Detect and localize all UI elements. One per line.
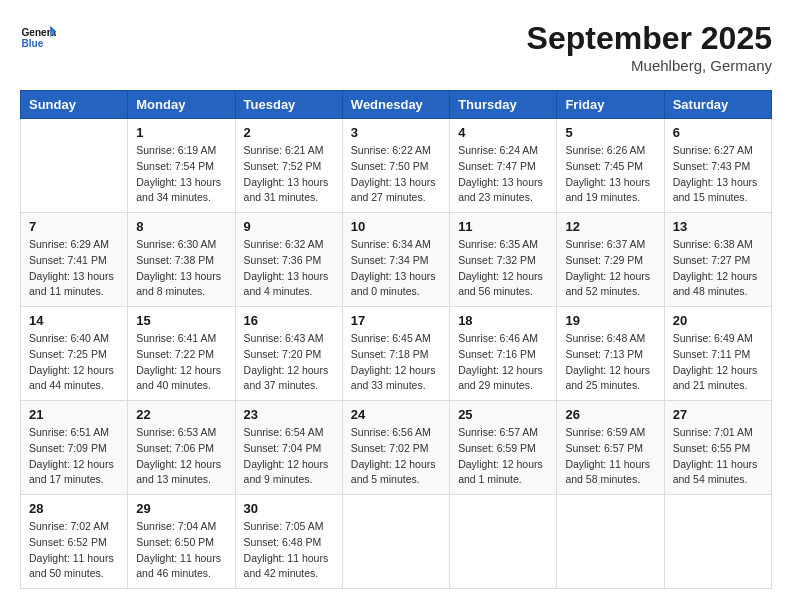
calendar-cell: 21Sunrise: 6:51 AMSunset: 7:09 PMDayligh… (21, 401, 128, 495)
day-info: Sunrise: 6:49 AMSunset: 7:11 PMDaylight:… (673, 331, 763, 394)
logo: General Blue (20, 20, 56, 56)
calendar-cell: 1Sunrise: 6:19 AMSunset: 7:54 PMDaylight… (128, 119, 235, 213)
svg-text:Blue: Blue (21, 38, 43, 49)
calendar-cell: 10Sunrise: 6:34 AMSunset: 7:34 PMDayligh… (342, 213, 449, 307)
day-number: 24 (351, 407, 441, 422)
calendar-cell: 11Sunrise: 6:35 AMSunset: 7:32 PMDayligh… (450, 213, 557, 307)
day-info: Sunrise: 6:53 AMSunset: 7:06 PMDaylight:… (136, 425, 226, 488)
calendar-week-row: 21Sunrise: 6:51 AMSunset: 7:09 PMDayligh… (21, 401, 772, 495)
day-info: Sunrise: 6:21 AMSunset: 7:52 PMDaylight:… (244, 143, 334, 206)
day-number: 7 (29, 219, 119, 234)
calendar-cell: 25Sunrise: 6:57 AMSunset: 6:59 PMDayligh… (450, 401, 557, 495)
calendar-cell: 2Sunrise: 6:21 AMSunset: 7:52 PMDaylight… (235, 119, 342, 213)
day-number: 11 (458, 219, 548, 234)
calendar-cell: 22Sunrise: 6:53 AMSunset: 7:06 PMDayligh… (128, 401, 235, 495)
calendar-cell: 17Sunrise: 6:45 AMSunset: 7:18 PMDayligh… (342, 307, 449, 401)
day-info: Sunrise: 6:38 AMSunset: 7:27 PMDaylight:… (673, 237, 763, 300)
calendar-cell: 20Sunrise: 6:49 AMSunset: 7:11 PMDayligh… (664, 307, 771, 401)
calendar-cell (450, 495, 557, 589)
day-info: Sunrise: 6:54 AMSunset: 7:04 PMDaylight:… (244, 425, 334, 488)
calendar-week-row: 7Sunrise: 6:29 AMSunset: 7:41 PMDaylight… (21, 213, 772, 307)
calendar-cell (557, 495, 664, 589)
calendar-cell: 30Sunrise: 7:05 AMSunset: 6:48 PMDayligh… (235, 495, 342, 589)
day-number: 10 (351, 219, 441, 234)
day-info: Sunrise: 6:40 AMSunset: 7:25 PMDaylight:… (29, 331, 119, 394)
day-number: 6 (673, 125, 763, 140)
calendar-table: SundayMondayTuesdayWednesdayThursdayFrid… (20, 90, 772, 589)
calendar-cell: 4Sunrise: 6:24 AMSunset: 7:47 PMDaylight… (450, 119, 557, 213)
day-number: 28 (29, 501, 119, 516)
calendar-cell: 6Sunrise: 6:27 AMSunset: 7:43 PMDaylight… (664, 119, 771, 213)
day-number: 1 (136, 125, 226, 140)
day-info: Sunrise: 6:56 AMSunset: 7:02 PMDaylight:… (351, 425, 441, 488)
day-number: 23 (244, 407, 334, 422)
calendar-cell: 8Sunrise: 6:30 AMSunset: 7:38 PMDaylight… (128, 213, 235, 307)
day-info: Sunrise: 6:24 AMSunset: 7:47 PMDaylight:… (458, 143, 548, 206)
col-header-tuesday: Tuesday (235, 91, 342, 119)
col-header-friday: Friday (557, 91, 664, 119)
calendar-cell: 19Sunrise: 6:48 AMSunset: 7:13 PMDayligh… (557, 307, 664, 401)
calendar-cell: 14Sunrise: 6:40 AMSunset: 7:25 PMDayligh… (21, 307, 128, 401)
calendar-cell (21, 119, 128, 213)
page-header: General Blue September 2025 Muehlberg, G… (20, 20, 772, 74)
day-number: 8 (136, 219, 226, 234)
calendar-week-row: 28Sunrise: 7:02 AMSunset: 6:52 PMDayligh… (21, 495, 772, 589)
day-number: 15 (136, 313, 226, 328)
col-header-monday: Monday (128, 91, 235, 119)
day-number: 21 (29, 407, 119, 422)
day-number: 26 (565, 407, 655, 422)
logo-icon: General Blue (20, 20, 56, 56)
day-info: Sunrise: 7:05 AMSunset: 6:48 PMDaylight:… (244, 519, 334, 582)
col-header-thursday: Thursday (450, 91, 557, 119)
calendar-cell: 26Sunrise: 6:59 AMSunset: 6:57 PMDayligh… (557, 401, 664, 495)
day-info: Sunrise: 6:26 AMSunset: 7:45 PMDaylight:… (565, 143, 655, 206)
day-info: Sunrise: 7:01 AMSunset: 6:55 PMDaylight:… (673, 425, 763, 488)
calendar-cell: 23Sunrise: 6:54 AMSunset: 7:04 PMDayligh… (235, 401, 342, 495)
day-number: 17 (351, 313, 441, 328)
day-number: 18 (458, 313, 548, 328)
col-header-saturday: Saturday (664, 91, 771, 119)
day-info: Sunrise: 6:48 AMSunset: 7:13 PMDaylight:… (565, 331, 655, 394)
calendar-cell: 7Sunrise: 6:29 AMSunset: 7:41 PMDaylight… (21, 213, 128, 307)
calendar-cell: 27Sunrise: 7:01 AMSunset: 6:55 PMDayligh… (664, 401, 771, 495)
day-info: Sunrise: 6:37 AMSunset: 7:29 PMDaylight:… (565, 237, 655, 300)
col-header-sunday: Sunday (21, 91, 128, 119)
day-info: Sunrise: 6:45 AMSunset: 7:18 PMDaylight:… (351, 331, 441, 394)
day-number: 16 (244, 313, 334, 328)
calendar-cell: 16Sunrise: 6:43 AMSunset: 7:20 PMDayligh… (235, 307, 342, 401)
month-title: September 2025 (527, 20, 772, 57)
calendar-week-row: 1Sunrise: 6:19 AMSunset: 7:54 PMDaylight… (21, 119, 772, 213)
day-number: 3 (351, 125, 441, 140)
day-info: Sunrise: 7:04 AMSunset: 6:50 PMDaylight:… (136, 519, 226, 582)
calendar-cell (342, 495, 449, 589)
calendar-week-row: 14Sunrise: 6:40 AMSunset: 7:25 PMDayligh… (21, 307, 772, 401)
day-info: Sunrise: 6:29 AMSunset: 7:41 PMDaylight:… (29, 237, 119, 300)
day-info: Sunrise: 6:43 AMSunset: 7:20 PMDaylight:… (244, 331, 334, 394)
day-number: 12 (565, 219, 655, 234)
calendar-cell: 18Sunrise: 6:46 AMSunset: 7:16 PMDayligh… (450, 307, 557, 401)
day-info: Sunrise: 6:51 AMSunset: 7:09 PMDaylight:… (29, 425, 119, 488)
col-header-wednesday: Wednesday (342, 91, 449, 119)
day-number: 13 (673, 219, 763, 234)
calendar-cell: 5Sunrise: 6:26 AMSunset: 7:45 PMDaylight… (557, 119, 664, 213)
calendar-cell: 29Sunrise: 7:04 AMSunset: 6:50 PMDayligh… (128, 495, 235, 589)
calendar-cell: 28Sunrise: 7:02 AMSunset: 6:52 PMDayligh… (21, 495, 128, 589)
day-number: 25 (458, 407, 548, 422)
day-info: Sunrise: 6:41 AMSunset: 7:22 PMDaylight:… (136, 331, 226, 394)
day-info: Sunrise: 6:27 AMSunset: 7:43 PMDaylight:… (673, 143, 763, 206)
day-number: 5 (565, 125, 655, 140)
calendar-cell: 9Sunrise: 6:32 AMSunset: 7:36 PMDaylight… (235, 213, 342, 307)
day-number: 20 (673, 313, 763, 328)
day-number: 2 (244, 125, 334, 140)
day-info: Sunrise: 6:32 AMSunset: 7:36 PMDaylight:… (244, 237, 334, 300)
day-info: Sunrise: 6:30 AMSunset: 7:38 PMDaylight:… (136, 237, 226, 300)
calendar-cell: 12Sunrise: 6:37 AMSunset: 7:29 PMDayligh… (557, 213, 664, 307)
day-info: Sunrise: 7:02 AMSunset: 6:52 PMDaylight:… (29, 519, 119, 582)
location: Muehlberg, Germany (527, 57, 772, 74)
day-number: 27 (673, 407, 763, 422)
day-number: 9 (244, 219, 334, 234)
day-number: 30 (244, 501, 334, 516)
calendar-cell: 15Sunrise: 6:41 AMSunset: 7:22 PMDayligh… (128, 307, 235, 401)
day-number: 19 (565, 313, 655, 328)
day-number: 4 (458, 125, 548, 140)
